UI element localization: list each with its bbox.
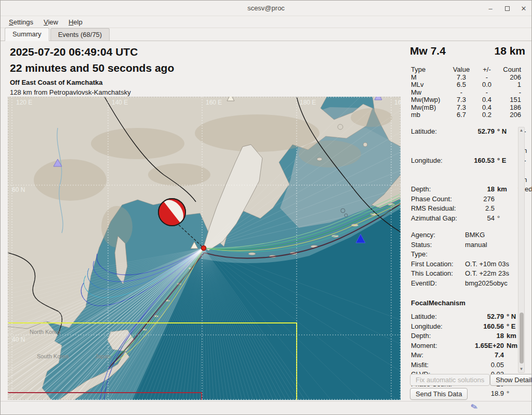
magnitude-table: Type Value +/- Count M7.3-206 MLv6.50.01… [411, 66, 521, 119]
origin-rms: RMS Residual:2.5 [411, 204, 518, 214]
event-time-utc: 2025-07-20 06:49:04 UTC [10, 44, 174, 60]
menu-settings[interactable]: Settings [5, 17, 37, 27]
event-region: Off East Coast of Kamchatka [10, 77, 174, 88]
origin-azimuthal-gap: Azimuthal Gap:54° [411, 214, 518, 224]
app-window: scesv@proc – ✕ Settings View Help Summar… [0, 0, 532, 415]
headline: Mw 7.4 18 km [410, 45, 525, 57]
origin-phase-count: Phase Count:276 [411, 194, 518, 204]
origin-status: Status:manual [411, 240, 518, 250]
fm-misfit: Misfit:0.05 [411, 360, 518, 370]
svg-text:North Korea: North Korea [30, 329, 61, 335]
event-header: 2025-07-20 06:49:04 UTC 22 minutes and 5… [10, 44, 174, 97]
origin-depth: Depth:18kmfixed [411, 185, 518, 194]
maximize-icon[interactable] [503, 5, 511, 12]
fm-depth: Depth:18km [411, 331, 518, 341]
tab-summary[interactable]: Summary [5, 28, 49, 41]
fm-mw: Mw:7.4 [411, 351, 518, 360]
event-time-ago: 22 minutes and 50 seconds ago [10, 60, 174, 76]
title-bar[interactable]: scesv@proc – ✕ [1, 1, 531, 16]
tab-frame-divider [1, 41, 531, 41]
svg-text:120 E: 120 E [16, 99, 32, 106]
scrollbar-thumb[interactable] [520, 313, 524, 364]
fix-automatic-solutions-button[interactable]: Fix automatic solutions [410, 374, 490, 386]
origin-agency: Agency:BMKG [411, 230, 518, 240]
tab-bar: Summary Events (68/75) [1, 28, 531, 41]
panel-scrollbar[interactable]: ▲ ▼ [518, 127, 525, 373]
scrollbar-down-icon[interactable]: ▼ [518, 366, 524, 372]
table-row[interactable]: Mw(Mwp)7.30.4151 [411, 96, 521, 104]
svg-text:40 N: 40 N [12, 336, 25, 343]
table-row[interactable]: Mw--- [411, 89, 521, 97]
table-row[interactable]: MLv6.50.01 [411, 81, 521, 89]
status-bar [1, 401, 531, 415]
fm-moment: Moment:1.65E+20Nm [411, 341, 518, 351]
show-details-button[interactable]: Show Details [490, 374, 532, 386]
menu-bar: Settings View Help [1, 16, 531, 28]
fm-longitude: Longitude:160.56° E [411, 322, 518, 332]
menu-view[interactable]: View [39, 17, 62, 27]
svg-text:Japan: Japan [95, 353, 111, 359]
close-icon[interactable]: ✕ [520, 5, 527, 12]
origin-type: Type: [411, 250, 518, 260]
headline-magnitude: Mw 7.4 [410, 45, 446, 57]
map[interactable]: 120 E 140 E 160 E 180 E 160 60 N 40 N No… [8, 97, 401, 400]
svg-text:160 E: 160 E [206, 99, 222, 106]
svg-text:South Korea: South Korea [37, 353, 69, 359]
table-row[interactable]: M7.3-206 [411, 74, 521, 82]
origin-event-id: EventID:bmg2025obyc [411, 279, 518, 289]
menu-help[interactable]: Help [64, 17, 87, 27]
scrollbar-up-icon[interactable]: ▲ [518, 127, 524, 134]
minimize-icon[interactable]: – [487, 5, 494, 12]
origin-this-location: This Location:O.T. +22m 23s [411, 269, 518, 279]
svg-text:60 N: 60 N [12, 186, 25, 193]
svg-text:160: 160 [394, 99, 401, 106]
window-title: scesv@proc [1, 4, 531, 12]
tab-events[interactable]: Events (68/75) [50, 28, 110, 41]
table-row[interactable]: mb6.70.2206 [411, 111, 521, 119]
svg-text:140 E: 140 E [112, 99, 128, 106]
origin-first-location: First Location:O.T. +10m 03s [411, 260, 518, 269]
focal-mechanism-title: FocalMechanism [411, 299, 518, 308]
origin-longitude: Longitude:160.53° E+/- 3 km [411, 156, 518, 185]
event-nearest-city: 128 km from Petropavlovsk-Kamchatsky [10, 88, 174, 97]
send-this-data-button[interactable]: Send This Data [410, 388, 468, 400]
table-row[interactable]: Mw(mB)7.30.4186 [411, 104, 521, 112]
origin-latitude: Latitude:52.79° N+/- 3 km [411, 127, 518, 156]
svg-text:180 E: 180 E [300, 99, 316, 106]
fm-latitude: Latitude:52.79° N [411, 312, 518, 322]
origin-info: Latitude:52.79° N+/- 3 km Longitude:160.… [411, 127, 518, 408]
epicenter-marker[interactable] [202, 246, 206, 251]
headline-depth: 18 km [494, 45, 525, 57]
magnitude-table-header: Type Value +/- Count [411, 66, 521, 74]
